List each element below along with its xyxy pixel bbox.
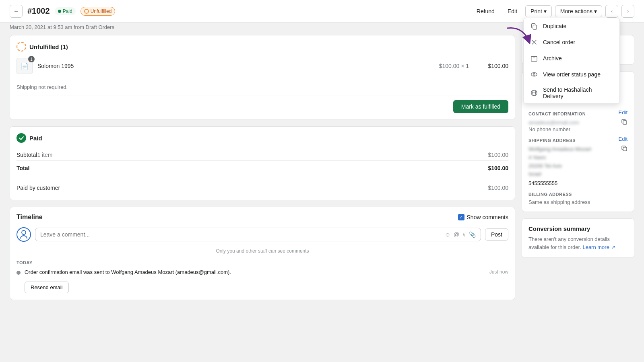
total-amount: $100.00 xyxy=(488,165,508,171)
dropdown-item-cancel[interactable]: Cancel order xyxy=(524,34,619,50)
billing-same-text: Same as shipping address xyxy=(528,199,627,205)
contact-edit-link[interactable]: Edit xyxy=(619,109,627,115)
conversion-summary-card: Conversion summary There aren't any conv… xyxy=(522,218,634,258)
prev-order-button[interactable]: ‹ xyxy=(605,5,618,18)
timeline-header: Timeline ✓ Show comments xyxy=(17,214,508,221)
svg-point-9 xyxy=(22,230,26,234)
shipping-phone: 5455555555 xyxy=(528,180,591,186)
mark-as-fulfilled-button[interactable]: Mark as fulfilled xyxy=(453,100,508,113)
back-button[interactable]: ← xyxy=(10,5,23,18)
paid-by-amount: $100.00 xyxy=(488,185,508,191)
product-doc-icon: 📄 xyxy=(21,62,29,70)
more-actions-button[interactable]: More actions ▾ xyxy=(555,5,602,17)
svg-point-5 xyxy=(533,74,535,76)
paid-title: Paid xyxy=(29,135,42,142)
comment-input[interactable] xyxy=(40,231,442,238)
archive-icon xyxy=(530,54,538,62)
left-column: Unfulfilled (1) 📄 1 Solomon 1995 $100.00… xyxy=(10,35,515,300)
svg-rect-3 xyxy=(531,57,537,62)
paid-header: Paid xyxy=(17,133,508,143)
paid-by-row: Paid by customer $100.00 xyxy=(17,182,508,193)
shipping-edit-link[interactable]: Edit xyxy=(619,136,627,142)
product-unit-price: $100.00 × 1 xyxy=(439,63,475,69)
hashaliach-label: Send to Hashaliach Delivery xyxy=(543,86,613,99)
total-label: Total xyxy=(17,165,29,171)
edit-button[interactable]: Edit xyxy=(503,6,522,17)
back-icon: ← xyxy=(13,8,19,14)
copy-email-icon[interactable] xyxy=(621,119,627,126)
svg-point-4 xyxy=(531,73,537,76)
timeline-entry-text: Order confirmation email was sent to Wol… xyxy=(25,269,485,293)
more-actions-dropdown: Duplicate Cancel order A xyxy=(523,18,620,104)
more-actions-chevron-icon: ▾ xyxy=(594,8,597,14)
show-comments-label: Show comments xyxy=(467,214,508,220)
eye-icon xyxy=(530,70,538,78)
no-phone-text: No phone number xyxy=(528,126,627,132)
dropdown-item-archive[interactable]: Archive xyxy=(524,50,619,66)
shipping-name: Wolfgang Amadeus Mozart xyxy=(528,145,591,154)
next-order-button[interactable]: › xyxy=(621,5,634,18)
prev-icon: ‹ xyxy=(611,8,613,14)
product-row: 📄 1 Solomon 1995 $100.00 × 1 $100.00 xyxy=(17,58,508,74)
show-comments-toggle[interactable]: ✓ Show comments xyxy=(458,214,508,220)
timeline-dot-icon xyxy=(17,271,21,275)
top-bar: ← #1002 Paid Unfulfilled Refund Edit Pri… xyxy=(0,0,644,23)
comment-box: ☺ @ # 📎 Post xyxy=(17,227,508,242)
total-row: Total $100.00 xyxy=(17,160,508,174)
payment-divider xyxy=(17,178,508,178)
emoji-icon[interactable]: ☺ xyxy=(445,231,450,238)
product-total: $100.00 xyxy=(480,63,508,69)
conversion-text: There aren't any conversion details avai… xyxy=(528,235,627,251)
dropdown-item-hashaliach[interactable]: Send to Hashaliach Delivery xyxy=(524,82,619,103)
print-chevron-icon: ▾ xyxy=(544,8,547,14)
staff-note: Only you and other staff can see comment… xyxy=(17,248,508,254)
unfulfilled-badge: Unfulfilled xyxy=(80,7,116,16)
timeline-today-label: TODAY xyxy=(17,260,508,265)
product-thumbnail: 📄 1 xyxy=(17,58,33,74)
unfulfilled-title: Unfulfilled (1) xyxy=(29,43,68,50)
page-wrapper: ← #1002 Paid Unfulfilled Refund Edit Pri… xyxy=(0,0,644,362)
timeline-title: Timeline xyxy=(17,214,43,221)
contact-email-row: amadeus@email.com xyxy=(528,119,627,126)
product-name: Solomon 1995 xyxy=(37,63,434,69)
cancel-label: Cancel order xyxy=(543,39,575,45)
billing-address-title: BILLING ADDRESS xyxy=(528,192,627,197)
attachment-icon[interactable]: 📎 xyxy=(469,231,476,238)
contact-email: amadeus@email.com xyxy=(528,119,579,125)
unfulfilled-status-icon xyxy=(17,42,26,51)
print-button[interactable]: Print ▾ xyxy=(525,5,552,17)
quantity-badge: 1 xyxy=(28,56,35,62)
tag-icon[interactable]: # xyxy=(462,231,466,238)
paid-card: Paid Subtotal 1 item $100.00 Total $100.… xyxy=(10,126,515,200)
subtotal-row: Subtotal 1 item $100.00 xyxy=(17,149,508,160)
subtotal-items: 1 item xyxy=(37,152,52,158)
copy-address-icon[interactable] xyxy=(621,145,627,153)
dropdown-item-view-status[interactable]: View order status page xyxy=(524,66,619,82)
contact-info-title: CONTACT INFORMATION xyxy=(528,111,586,116)
duplicate-label: Duplicate xyxy=(543,23,566,29)
dropdown-item-duplicate[interactable]: Duplicate xyxy=(524,18,619,34)
shipping-country: Israel xyxy=(528,170,591,179)
timeline-entry-time: Just now xyxy=(489,269,508,275)
resend-email-button[interactable]: Resend email xyxy=(25,282,69,293)
order-number: #1002 xyxy=(27,6,50,16)
timeline-entry-content: Order confirmation email was sent to Wol… xyxy=(25,269,231,275)
fulfill-button-row: Mark as fulfilled xyxy=(17,95,508,113)
paid-by-label: Paid by customer xyxy=(17,185,60,191)
conversion-title: Conversion summary xyxy=(528,225,627,232)
mention-icon[interactable]: @ xyxy=(454,231,459,238)
user-avatar xyxy=(17,227,31,242)
archive-label: Archive xyxy=(543,55,562,62)
view-status-label: View order status page xyxy=(543,71,601,78)
learn-more-link[interactable]: Learn more ↗ xyxy=(582,244,615,250)
subtotal-label: Subtotal xyxy=(17,152,37,158)
next-icon: › xyxy=(627,8,629,14)
print-label: Print xyxy=(530,8,542,14)
shipping-address-title: SHIPPING ADDRESS xyxy=(528,138,576,143)
timeline-card: Timeline ✓ Show comments xyxy=(10,207,515,300)
timeline-entry: Order confirmation email was sent to Wol… xyxy=(17,269,508,293)
svg-rect-10 xyxy=(623,121,627,124)
refund-button[interactable]: Refund xyxy=(472,6,500,17)
post-button[interactable]: Post xyxy=(485,228,508,241)
arrow-annotation xyxy=(503,24,535,49)
